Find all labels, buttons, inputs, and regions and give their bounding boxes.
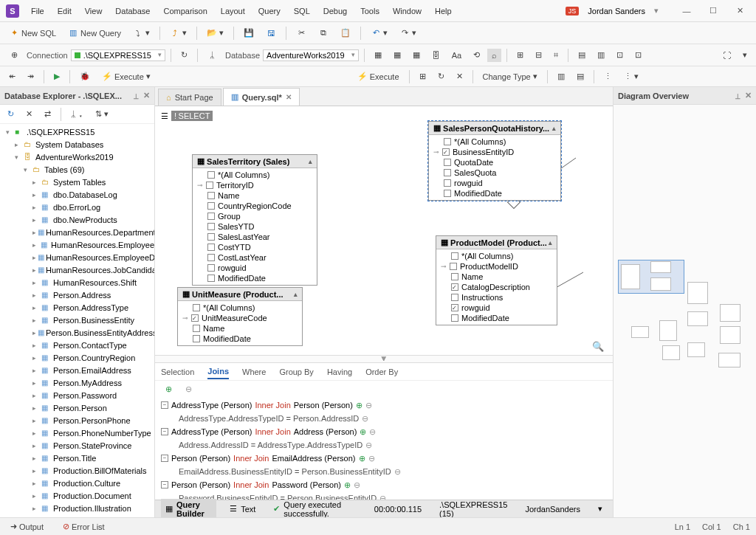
column-row[interactable]: ModifiedDate — [429, 188, 560, 199]
tb2-ico-i[interactable]: ⊟ — [531, 48, 546, 62]
column-row[interactable]: ⊸UnitMeasureCode — [178, 313, 302, 323]
explorer-refresh-icon[interactable]: ↻ — [3, 107, 18, 121]
output-tab[interactable]: ➜Output — [6, 520, 48, 534]
tb2-ico-d[interactable]: 🗄 — [427, 49, 444, 62]
tb2-ico-b[interactable]: ▦ — [389, 48, 405, 62]
explorer-tree[interactable]: ▾■.\SQLEXPRESS15 ▸🗀System Databases ▾🗄Ad… — [0, 124, 154, 517]
tb3-refresh-icon[interactable]: ↻ — [433, 69, 449, 83]
tree-table[interactable]: ▸▦Person.Title — [0, 452, 154, 464]
user-dropdown-icon[interactable]: ▾ — [654, 6, 659, 15]
conn-icon-1[interactable]: ⊕ — [4, 48, 24, 63]
tb2-ico-h[interactable]: ⊞ — [512, 48, 528, 62]
column-row[interactable]: SalesYTD — [193, 221, 317, 232]
subtab-groupby[interactable]: Group By — [279, 365, 313, 379]
connection-combo[interactable]: .\SQLEXPRESS15 — [71, 49, 165, 61]
tb3-ico-a[interactable]: ⊞ — [415, 69, 430, 83]
tree-table[interactable]: ▸▦Person.BusinessEntityAddress — [0, 326, 154, 339]
column-row[interactable]: rowguid — [429, 178, 560, 188]
canvas-menu-icon[interactable]: ☰ — [161, 111, 168, 121]
debug-icon[interactable]: 🐞 — [75, 69, 94, 83]
error-list-tab[interactable]: ⊘Error List — [58, 520, 109, 534]
menu-sql[interactable]: SQL — [288, 4, 316, 18]
join-list[interactable]: − AddressType (Person) Inner Join Person… — [155, 397, 613, 500]
column-row[interactable]: rowguid — [193, 263, 317, 273]
column-row[interactable]: Instructions — [436, 292, 557, 303]
tb2-ico-fit[interactable]: ⛶ — [718, 49, 735, 62]
tree-table[interactable]: ▸▦dbo.DatabaseLog — [0, 188, 154, 201]
minimize-button[interactable]: — — [676, 4, 697, 18]
new-query-button[interactable]: ▥New Query — [63, 26, 126, 41]
tb2-ico-a[interactable]: ▦ — [370, 48, 386, 62]
column-row[interactable]: Group — [193, 211, 317, 221]
column-row[interactable]: SalesQuota — [429, 168, 560, 178]
tree-table[interactable]: ▸▦Person.ContactType — [0, 339, 154, 351]
tb2-ico-m[interactable]: ⊡ — [612, 48, 628, 62]
column-row[interactable]: QuotaDate — [429, 157, 560, 168]
menu-tools[interactable]: Tools — [354, 4, 385, 18]
tree-db[interactable]: ▾🗄AdventureWorks2019 — [0, 151, 154, 163]
save-button[interactable]: 💾 — [239, 26, 258, 41]
tree-table[interactable]: ▸▦HumanResources.Employee — [0, 238, 154, 251]
subtab-having[interactable]: Having — [327, 365, 352, 379]
tree-table[interactable]: ▸▦Production.Illustration — [0, 502, 154, 514]
join-condition[interactable]: EmailAddress.BusinessEntityID = Person.B… — [161, 465, 607, 478]
exec-prev-icon[interactable]: ↞ — [4, 69, 20, 83]
join-condition[interactable]: AddressType.AddressTypeID = Person.Addre… — [161, 412, 607, 425]
tab-close-icon[interactable]: ✕ — [286, 93, 292, 101]
tree-table[interactable]: ▸▦Person.CountryRegion — [0, 351, 154, 364]
tb2-ico-e[interactable]: Aa — [447, 49, 466, 62]
exec-next-icon[interactable]: ↠ — [23, 69, 38, 83]
join-condition[interactable]: Address.AddressID = AddressType.AddressT… — [161, 438, 607, 452]
cut-button[interactable]: ✂ — [292, 26, 311, 41]
column-row[interactable]: CostYTD — [193, 242, 317, 252]
folder-open-button[interactable]: 📂▾ — [202, 26, 228, 41]
subtab-joins[interactable]: Joins — [207, 365, 229, 379]
explorer-delete-icon[interactable]: ✕ — [21, 107, 37, 121]
column-row[interactable]: Name — [436, 272, 557, 282]
remove-join-icon[interactable]: ⊖ — [181, 382, 196, 396]
tree-table[interactable]: ▸▦Person.PersonPhone — [0, 414, 154, 427]
tree-table[interactable]: ▸▦Person.Person — [0, 401, 154, 414]
tree-table[interactable]: ▸▦HumanResources.Department — [0, 226, 154, 238]
tree-table[interactable]: ▸▦Person.MyAddress — [0, 376, 154, 389]
column-row[interactable]: SalesLastYear — [193, 232, 317, 242]
tree-table[interactable]: ▸▦HumanResources.JobCandida — [0, 263, 154, 276]
tb2-ico-l[interactable]: ▥ — [593, 48, 609, 62]
save-all-button[interactable]: 🖫 — [261, 26, 281, 41]
column-row[interactable]: ⊸ProductModelID — [436, 261, 557, 272]
column-row[interactable]: *(All Columns) — [178, 303, 302, 313]
column-row[interactable]: rowguid — [436, 303, 557, 313]
tree-server[interactable]: ▾■.\SQLEXPRESS15 — [0, 125, 154, 138]
redo-button[interactable]: ↷▾ — [395, 26, 421, 41]
tb-open-1[interactable]: ⤴▾ — [165, 26, 191, 41]
execute-button[interactable]: ⚡Execute ▾ — [97, 69, 155, 83]
paste-button[interactable]: 📋 — [336, 26, 355, 41]
tree-sysdb[interactable]: ▸🗀System Databases — [0, 138, 154, 151]
column-row[interactable]: Name — [178, 323, 302, 334]
tb-dropdown-1[interactable]: ⤵▾ — [128, 26, 154, 41]
tree-table[interactable]: ▸▦Person.AddressType — [0, 301, 154, 314]
tb3-ico-f[interactable]: ⋮ — [599, 69, 616, 83]
table-node-salesquota[interactable]: ▦ SalesPersonQuotaHistory...▴ *(All Colu… — [428, 121, 561, 201]
database-combo[interactable]: AdventureWorks2019 — [263, 49, 359, 61]
tree-table[interactable]: ▸▦Production.Document — [0, 489, 154, 502]
menu-file[interactable]: File — [25, 4, 50, 18]
tree-table[interactable]: ▸▦Production.Culture — [0, 477, 154, 489]
menu-database[interactable]: Database — [109, 4, 156, 18]
add-join-icon[interactable]: ⊕ — [161, 382, 176, 396]
change-type-button[interactable]: Change Type ▾ — [478, 69, 542, 83]
column-row[interactable]: CatalogDescription — [436, 282, 557, 292]
join-row[interactable]: − AddressType (Person) Inner Join Person… — [161, 398, 607, 412]
column-row[interactable]: *(All Columns) — [436, 251, 557, 261]
tb2-ico-g[interactable]: ⌕ — [487, 49, 501, 62]
tree-table[interactable]: ▸▦dbo.ErrorLog — [0, 201, 154, 213]
pin-icon[interactable]: ⟂ — [134, 92, 139, 100]
tree-table[interactable]: ▸▦HumanResources.EmployeeDe — [0, 251, 154, 263]
column-row[interactable]: ModifiedDate — [193, 273, 317, 283]
subtab-selection[interactable]: Selection — [161, 365, 194, 379]
explorer-sort-icon[interactable]: ⇅ ▾ — [91, 107, 113, 121]
column-row[interactable]: ModifiedDate — [178, 334, 302, 344]
column-row[interactable]: ModifiedDate — [436, 313, 557, 323]
tb2-ico-c[interactable]: ▦ — [408, 48, 425, 62]
conn-refresh-icon[interactable]: ↻ — [176, 48, 192, 62]
